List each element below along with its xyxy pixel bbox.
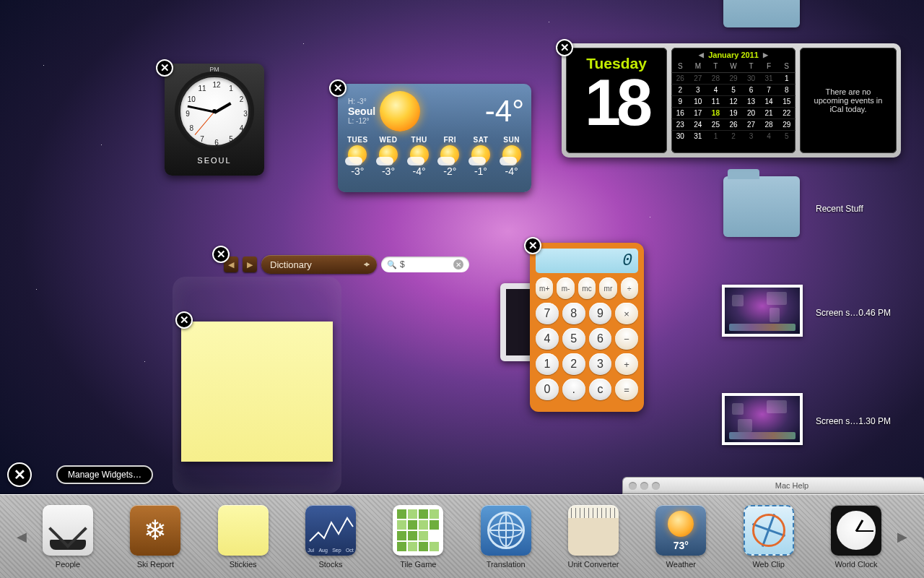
dictionary-mode-select[interactable]: Dictionary <box>261 255 377 274</box>
calc-key-8[interactable]: 8 <box>562 303 585 324</box>
calendar-cell[interactable]: 26 <box>671 72 689 84</box>
calc-key-=[interactable]: = <box>615 379 638 400</box>
calc-key-9[interactable]: 9 <box>589 303 612 324</box>
calendar-cell[interactable]: 2 <box>671 84 689 95</box>
widget-bar-item-weath[interactable]: 73°Weather <box>646 505 715 569</box>
calendar-cell[interactable]: 28 <box>707 72 725 84</box>
dictionary-widget[interactable]: ◀ ▶ Dictionary 🔍 $ ✕ <box>224 251 469 277</box>
calendar-cell[interactable]: 28 <box>760 118 778 130</box>
calculator-widget[interactable]: 0 m+m-mcmr÷789×456−123+0.c= <box>530 243 644 412</box>
calendar-cell[interactable]: 3 <box>689 84 707 95</box>
traffic-light-close[interactable] <box>629 482 637 490</box>
calc-key-5[interactable]: 5 <box>562 328 585 350</box>
dashboard-close-button[interactable] <box>7 462 32 487</box>
calendar-cell[interactable]: 30 <box>671 130 689 142</box>
calendar-cell[interactable]: 29 <box>777 118 796 130</box>
calendar-cell[interactable]: 6 <box>742 84 760 95</box>
calc-key-m-[interactable]: m- <box>557 277 574 299</box>
calendar-cell[interactable]: 12 <box>725 95 743 107</box>
calendar-prev-month[interactable]: ◀ <box>699 51 704 59</box>
desktop-screenshot-2[interactable]: Screen s…1.30 PM <box>722 393 910 445</box>
calendar-cell[interactable]: 10 <box>689 95 707 107</box>
calendar-cell[interactable]: 3 <box>742 130 760 142</box>
widget-bar-item-stock[interactable]: JulAugSepOctStocks <box>296 505 365 569</box>
calc-key-4[interactable]: 4 <box>536 328 559 350</box>
calendar-cell[interactable]: 20 <box>742 107 760 118</box>
calendar-cell[interactable]: 18 <box>707 107 725 118</box>
calendar-cell[interactable]: 1 <box>707 130 725 142</box>
clear-icon[interactable]: ✕ <box>453 259 463 269</box>
calendar-cell[interactable]: 4 <box>760 130 778 142</box>
widget-bar-item-tile[interactable]: Tile Game <box>383 505 453 569</box>
widget-bar-item-stick[interactable]: Stickies <box>209 505 278 569</box>
widget-bar-item-webc[interactable]: Web Clip <box>734 505 803 569</box>
calendar-cell[interactable]: 5 <box>725 84 743 95</box>
calendar-cell[interactable]: 30 <box>742 72 760 84</box>
calc-key-÷[interactable]: ÷ <box>621 277 638 299</box>
calc-key-mr[interactable]: mr <box>599 277 616 299</box>
traffic-light-minimize[interactable] <box>640 482 648 490</box>
calendar-cell[interactable]: 25 <box>707 118 725 130</box>
calc-key-m+[interactable]: m+ <box>536 277 553 299</box>
calc-key-2[interactable]: 2 <box>562 353 585 375</box>
calendar-cell[interactable]: 1 <box>777 72 796 84</box>
calendar-cell[interactable]: 31 <box>760 72 778 84</box>
close-icon[interactable] <box>212 246 230 263</box>
calendar-cell[interactable]: 24 <box>689 118 707 130</box>
calc-key-−[interactable]: − <box>615 328 638 350</box>
calc-key-6[interactable]: 6 <box>589 328 612 350</box>
traffic-light-zoom[interactable] <box>652 482 660 490</box>
calendar-cell[interactable]: 31 <box>689 130 707 142</box>
calendar-cell[interactable]: 23 <box>671 118 689 130</box>
calendar-cell[interactable]: 27 <box>689 72 707 84</box>
calendar-cell[interactable]: 8 <box>777 84 796 95</box>
calendar-cell[interactable]: 21 <box>760 107 778 118</box>
weather-widget[interactable]: H: -3° Seoul L: -12° -4° TUES-3°WED-3°TH… <box>338 84 531 192</box>
calendar-cell[interactable]: 15 <box>777 95 796 107</box>
calc-key-3[interactable]: 3 <box>589 353 612 375</box>
widget-bar-scroll-left[interactable]: ◀ <box>16 529 27 545</box>
stickies-widget[interactable] <box>181 322 333 462</box>
widget-bar-item-ski[interactable]: Ski Report <box>121 505 190 569</box>
calc-key-.[interactable]: . <box>562 379 585 400</box>
desktop-screenshot-1[interactable]: Screen s…0.46 PM <box>722 285 910 337</box>
calendar-cell[interactable]: 26 <box>725 118 743 130</box>
close-icon[interactable] <box>329 79 346 97</box>
calc-key-1[interactable]: 1 <box>536 353 559 375</box>
desktop-folder-recent[interactable]: Recent Stuff <box>723 176 904 237</box>
calendar-cell[interactable]: 2 <box>725 130 743 142</box>
calendar-cell[interactable]: 4 <box>707 84 725 95</box>
mac-help-window[interactable]: Mac Help <box>623 478 924 493</box>
close-icon[interactable] <box>556 39 573 56</box>
calc-key-0[interactable]: 0 <box>536 379 559 400</box>
calendar-cell[interactable]: 11 <box>707 95 725 107</box>
calc-key-×[interactable]: × <box>615 303 638 324</box>
dictionary-search[interactable]: 🔍 $ ✕ <box>381 256 469 272</box>
calendar-widget[interactable]: Tuesday 18 ◀ January 2011 ▶ SMTWTFS26272… <box>562 43 901 158</box>
widget-bar-item-wclk[interactable]: World Clock <box>821 505 891 569</box>
close-icon[interactable] <box>156 59 173 77</box>
desktop-folder-partial[interactable] <box>723 0 800 27</box>
calendar-cell[interactable]: 14 <box>760 95 778 107</box>
calendar-cell[interactable]: 22 <box>777 107 796 118</box>
close-icon[interactable] <box>175 311 193 329</box>
calendar-cell[interactable]: 9 <box>671 95 689 107</box>
widget-bar-item-unit[interactable]: Unit Converter <box>559 505 628 569</box>
world-clock-widget[interactable]: PM 121234567891011 SEOUL <box>165 64 264 176</box>
calendar-cell[interactable]: 29 <box>725 72 743 84</box>
calendar-cell[interactable]: 27 <box>742 118 760 130</box>
widget-bar-scroll-right[interactable]: ▶ <box>897 529 908 545</box>
calendar-cell[interactable]: 17 <box>689 107 707 118</box>
close-icon[interactable] <box>524 237 541 254</box>
calendar-cell[interactable]: 16 <box>671 107 689 118</box>
calc-key-mc[interactable]: mc <box>578 277 596 299</box>
calendar-cell[interactable]: 13 <box>742 95 760 107</box>
calc-key-+[interactable]: + <box>615 353 638 375</box>
widget-bar-item-trans[interactable]: Translation <box>471 505 541 569</box>
calc-key-c[interactable]: c <box>589 379 612 400</box>
calendar-cell[interactable]: 5 <box>777 130 796 142</box>
calendar-next-month[interactable]: ▶ <box>763 51 768 59</box>
dictionary-forward[interactable]: ▶ <box>243 256 257 272</box>
calendar-cell[interactable]: 19 <box>725 107 743 118</box>
calc-key-7[interactable]: 7 <box>536 303 559 324</box>
